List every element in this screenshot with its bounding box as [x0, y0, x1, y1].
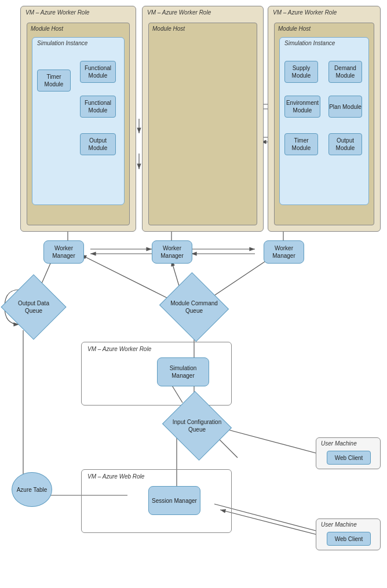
module-host-label-1: Module Host — [31, 25, 63, 32]
sim-instance-1: Simulation Instance Timer Module Functio… — [32, 37, 125, 205]
sim-instance-2: Simulation Instance Supply Module Demand… — [279, 37, 369, 205]
web-client-2-node: Web Client — [327, 532, 371, 546]
session-manager-node: Session Manager — [148, 486, 200, 515]
worker-manager-3: Worker Manager — [264, 240, 304, 264]
supply-module-node: Supply Module — [284, 61, 318, 83]
vm-label-2: VM – Azure Worker Role — [147, 9, 211, 16]
module-host-1: Module Host Simulation Instance Timer Mo… — [27, 23, 130, 225]
azure-table-node: Azure Table — [12, 472, 52, 507]
vm-box-3: VM – Azure Worker Role Module Host Simul… — [268, 6, 381, 232]
vm-web-role-label: VM – Azure Web Role — [87, 473, 144, 480]
vm-box-1: VM – Azure Worker Role Module Host Simul… — [20, 6, 136, 232]
functional-module-1-node: Functional Module — [80, 61, 116, 83]
plan-module-node: Plan Module — [328, 96, 362, 118]
output-data-queue: Output Data Queue — [10, 284, 57, 330]
demand-module-node: Demand Module — [328, 61, 362, 83]
vm-worker-bottom: VM – Azure Worker Role Simulation Manage… — [81, 342, 232, 406]
worker-manager-2: Worker Manager — [152, 240, 192, 264]
output-module-1-node: Output Module — [80, 133, 116, 155]
sim-instance-label-1: Simulation Instance — [37, 40, 87, 46]
user-machine-label-1: User Machine — [321, 440, 357, 447]
svg-line-32 — [213, 426, 333, 458]
web-client-1-node: Web Client — [327, 451, 371, 465]
worker-manager-1: Worker Manager — [43, 240, 84, 264]
user-machine-2: User Machine Web Client — [316, 518, 381, 550]
environment-module-node: Environment Module — [284, 96, 320, 118]
vm-box-2: VM – Azure Worker Role Module Host — [142, 6, 264, 232]
vm-label-1: VM – Azure Worker Role — [25, 9, 89, 16]
vm-label-3: VM – Azure Worker Role — [273, 9, 337, 16]
vm-web-role: VM – Azure Web Role Session Manager — [81, 469, 232, 533]
module-host-2: Module Host — [148, 23, 257, 225]
module-host-label-2: Module Host — [152, 25, 185, 32]
module-host-3: Module Host Simulation Instance Supply M… — [274, 23, 374, 225]
diagram-container: VM – Azure Worker Role Module Host Simul… — [0, 0, 387, 588]
output-module-2-node: Output Module — [328, 133, 362, 155]
module-command-queue: Module Command Queue — [168, 284, 220, 330]
simulation-manager-node: Simulation Manager — [157, 357, 209, 386]
vm-worker-bottom-label: VM – Azure Worker Role — [87, 346, 151, 352]
input-config-queue: Input Configuration Queue — [171, 403, 223, 449]
timer-module-2-node: Timer Module — [284, 133, 318, 155]
sim-instance-label-2: Simulation Instance — [284, 40, 335, 46]
user-machine-1: User Machine Web Client — [316, 437, 381, 469]
module-host-label-3: Module Host — [278, 25, 311, 32]
timer-module-node: Timer Module — [37, 70, 71, 92]
functional-module-2-node: Functional Module — [80, 96, 116, 118]
user-machine-label-2: User Machine — [321, 521, 357, 528]
